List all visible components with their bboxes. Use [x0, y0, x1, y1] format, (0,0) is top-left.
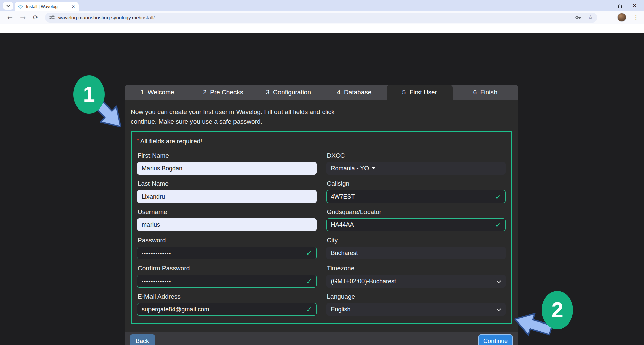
back-button[interactable]: Back	[130, 334, 155, 345]
callsign-label: Callsign	[327, 180, 505, 187]
tab-database[interactable]: 4. Database	[321, 85, 387, 100]
valid-check-icon: ✓	[306, 305, 312, 314]
password-wrap: ✓	[137, 247, 317, 259]
email-wrap: ✓	[137, 303, 317, 316]
browser-menu-icon[interactable]: ⋮	[633, 14, 639, 21]
reload-icon[interactable]: ⟳	[33, 14, 38, 21]
window-restore-icon[interactable]	[618, 4, 622, 8]
required-text: All fields are required!	[140, 138, 202, 145]
caret-down-icon	[372, 167, 375, 169]
continue-button[interactable]: Continue	[478, 334, 513, 345]
confirm-password-input[interactable]	[137, 275, 317, 288]
bookmark-star-icon[interactable]: ☆	[588, 14, 593, 21]
wizard-footer: Back Continue	[125, 332, 518, 345]
window-close-icon[interactable]: ✕	[632, 3, 637, 9]
form-right-column: DXCC Romania - YO Callsign ✓ G	[326, 146, 506, 316]
password-label: Password	[138, 236, 316, 244]
saved-passwords-key-icon[interactable]	[575, 14, 582, 21]
language-label: Language	[327, 293, 505, 300]
gridsquare-label: Gridsquare/Locator	[327, 208, 505, 216]
timezone-value: (GMT+02:00)-Bucharest	[331, 278, 396, 285]
timezone-wrap: (GMT+02:00)-Bucharest	[326, 275, 506, 288]
back-icon[interactable]: ←	[7, 14, 13, 21]
browser-tab[interactable]: Install | Wavelog ✕	[15, 2, 79, 11]
address-bar[interactable]: wavelog.mariushosting.synology.me/instal…	[45, 13, 597, 23]
tab-finish[interactable]: 6. Finish	[453, 85, 518, 100]
page-top-strip	[0, 24, 644, 33]
valid-check-icon: ✓	[306, 277, 312, 286]
first-name-label: First Name	[138, 152, 316, 159]
first-name-input[interactable]	[137, 162, 317, 175]
required-note: *All fields are required!	[137, 138, 506, 145]
tab-pre-checks[interactable]: 2. Pre Checks	[190, 85, 256, 100]
intro-line-2: continue. Make sure you use a safe passw…	[131, 117, 512, 126]
callsign-wrap: ✓	[326, 190, 506, 203]
dxcc-wrap: Romania - YO	[326, 162, 506, 175]
valid-check-icon: ✓	[306, 249, 312, 257]
form-highlight-box: *All fields are required! First Name Las…	[131, 131, 512, 324]
wizard-content: Now you can create your first user in Wa…	[125, 100, 518, 332]
forward-icon[interactable]: →	[20, 14, 26, 21]
site-settings-tune-icon[interactable]	[49, 15, 55, 20]
username-wrap	[137, 218, 317, 231]
profile-avatar[interactable]	[617, 13, 626, 22]
chevron-down-icon	[6, 3, 10, 7]
browser-tab-strip: Install | Wavelog ✕ – ✕	[0, 0, 644, 11]
last-name-wrap	[137, 190, 317, 203]
valid-check-icon: ✓	[495, 221, 501, 229]
step-2-badge: 2	[542, 291, 573, 329]
url-path: /install/	[139, 15, 155, 20]
first-name-wrap	[137, 162, 317, 175]
form-left-column: First Name Last Name Username Password	[137, 146, 317, 316]
dxcc-label: DXCC	[327, 152, 505, 159]
gridsquare-wrap: ✓	[326, 218, 506, 231]
screen: Install | Wavelog ✕ – ✕ ← → ⟳ wavelog.ma…	[0, 0, 644, 345]
valid-check-icon: ✓	[495, 192, 501, 201]
password-input[interactable]	[137, 247, 317, 259]
intro-line-1: Now you can create your first user in Wa…	[131, 107, 512, 117]
tab-search-button[interactable]	[3, 2, 13, 10]
city-input[interactable]	[326, 247, 506, 259]
dxcc-dropdown[interactable]: Romania - YO	[326, 162, 506, 175]
email-input[interactable]	[137, 303, 317, 316]
last-name-label: Last Name	[138, 180, 316, 187]
wavelog-favicon-wifi-icon	[18, 4, 23, 9]
timezone-label: Timezone	[327, 265, 505, 272]
browser-toolbar: ← → ⟳ wavelog.mariushosting.synology.me/…	[0, 11, 644, 24]
url-domain: wavelog.mariushosting.synology.me	[58, 15, 139, 20]
tab-configuration[interactable]: 3. Configuration	[256, 85, 321, 100]
callsign-input[interactable]	[326, 190, 506, 203]
window-controls: – ✕	[606, 0, 644, 11]
last-name-input[interactable]	[137, 190, 317, 203]
username-label: Username	[138, 208, 316, 216]
tab-welcome[interactable]: 1. Welcome	[125, 85, 190, 100]
wizard-step-tabs: 1. Welcome 2. Pre Checks 3. Configuratio…	[125, 85, 518, 100]
dxcc-value: Romania - YO	[331, 165, 369, 172]
step-1-badge: 1	[73, 75, 105, 114]
intro-text: Now you can create your first user in Wa…	[131, 107, 512, 126]
tab-first-user[interactable]: 5. First User	[387, 85, 453, 100]
language-select[interactable]: English	[326, 303, 506, 316]
url-text[interactable]: wavelog.mariushosting.synology.me/instal…	[58, 15, 155, 20]
timezone-select[interactable]: (GMT+02:00)-Bucharest	[326, 275, 506, 288]
city-wrap	[326, 247, 506, 259]
gridsquare-input[interactable]	[326, 218, 506, 231]
confirm-password-wrap: ✓	[137, 275, 317, 288]
install-wizard-card: 1. Welcome 2. Pre Checks 3. Configuratio…	[125, 85, 518, 345]
window-minimize-icon[interactable]: –	[606, 3, 609, 9]
required-asterisk: *	[137, 137, 139, 143]
city-label: City	[327, 236, 505, 244]
confirm-password-label: Confirm Password	[138, 265, 316, 272]
form-grid: First Name Last Name Username Password	[137, 146, 506, 316]
tab-title: Install | Wavelog	[26, 4, 71, 9]
tab-close-icon[interactable]: ✕	[71, 4, 76, 9]
email-label: E-Mail Address	[138, 293, 316, 300]
language-wrap: English	[326, 303, 506, 316]
username-input[interactable]	[137, 218, 317, 231]
language-value: English	[331, 306, 351, 313]
